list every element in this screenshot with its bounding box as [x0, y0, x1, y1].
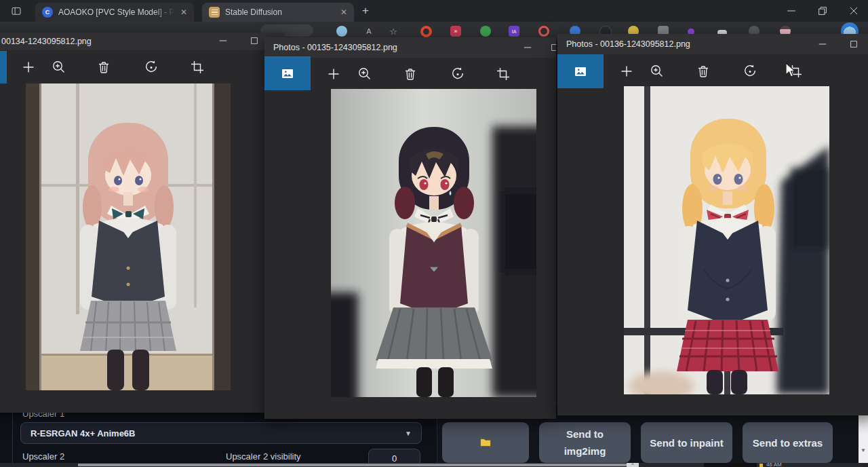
maximize-button[interactable]: [845, 36, 863, 52]
maximize-button[interactable]: [245, 33, 263, 49]
see-all-photos-button[interactable]: [557, 54, 604, 88]
anime-girl-artwork: [624, 86, 829, 394]
minimize-button[interactable]: [814, 36, 831, 52]
window-title: 00134-1243095812.png: [1, 37, 92, 46]
upscaler2-visibility-label: Upscaler 2 visibility: [226, 451, 301, 462]
chevron-down-icon: ▼: [405, 430, 412, 437]
upscaler1-dropdown[interactable]: R-ESRGAN 4x+ Anime6B ▼: [20, 422, 422, 444]
taskbar-clock: 46 AM: [766, 463, 782, 467]
browser-tab-bar: C AOAOKO [PVC Style Model] - PV ✕ Stable…: [0, 0, 868, 22]
ext-icon-green[interactable]: [480, 26, 491, 37]
upscaler2-label: Upscaler 2: [22, 451, 64, 462]
open-folder-button[interactable]: [442, 422, 529, 463]
minimize-button[interactable]: [519, 39, 536, 56]
new-tab-button[interactable]: +: [362, 5, 369, 16]
delete-icon[interactable]: [402, 66, 418, 82]
window-title: Photos - 00136-1243095812.png: [566, 39, 690, 49]
photo-image-00135: [331, 89, 536, 397]
send-to-inpaint-button[interactable]: Send to inpaint: [641, 422, 732, 463]
ext-icon-orange-ring[interactable]: [420, 26, 432, 37]
ext-icon-forward[interactable]: »: [450, 26, 461, 37]
taskbar: ^ 46 AM: [0, 463, 868, 467]
tab-aoaoko[interactable]: C AOAOKO [PVC Style Model] - PV ✕: [35, 3, 194, 22]
upscaler2-visibility-slider[interactable]: [78, 464, 631, 466]
photo-image-00134: [26, 83, 231, 390]
tab-close-icon[interactable]: ✕: [180, 8, 187, 16]
see-all-photos-button[interactable]: [264, 56, 311, 90]
delete-icon[interactable]: [695, 63, 711, 79]
tab-label: AOAOKO [PVC Style Model] - PV: [58, 7, 175, 17]
rotate-icon[interactable]: [143, 59, 159, 75]
zoom-in-icon[interactable]: [357, 66, 373, 82]
window-titlebar[interactable]: 00134-1243095812.png: [0, 33, 285, 50]
mouse-cursor: [785, 62, 797, 79]
photos-window-00135: Photos - 00135-1243095812.png: [264, 37, 556, 419]
send-to-extras-button[interactable]: Send to extras: [743, 422, 833, 463]
tab-close-icon[interactable]: ✕: [340, 8, 347, 16]
browser-close-button[interactable]: [842, 0, 865, 22]
ext-icon-ia[interactable]: IA: [509, 26, 519, 37]
add-icon[interactable]: [618, 63, 635, 79]
photo-icon: [279, 65, 296, 81]
ext-icon-blue[interactable]: [336, 26, 347, 37]
scroll-down-icon[interactable]: ▼: [861, 447, 866, 453]
rotate-icon[interactable]: [450, 66, 466, 82]
browser-restore-button[interactable]: [811, 0, 834, 22]
photos-window-00136: Photos - 00136-1243095812.png: [557, 34, 868, 415]
civitai-icon: C: [42, 7, 53, 18]
anime-girl-artwork: [26, 83, 231, 390]
tab-actions-icon[interactable]: [9, 5, 23, 17]
tray-chevron-icon[interactable]: ^: [627, 463, 639, 467]
system-tray[interactable]: [704, 463, 757, 467]
stable-diffusion-icon: [209, 7, 220, 18]
maximize-button[interactable]: [546, 39, 556, 56]
folder-icon: [479, 436, 492, 449]
zoom-in-icon[interactable]: [649, 63, 665, 79]
page-scrollbar[interactable]: ▼: [859, 414, 868, 463]
photos-window-00134: 00134-1243095812.png: [0, 33, 285, 413]
tab-stable-diffusion[interactable]: Stable Diffusion ✕: [202, 3, 354, 22]
rotate-icon[interactable]: [742, 63, 758, 79]
ext-icon-red-ring[interactable]: [538, 26, 549, 37]
add-icon[interactable]: [326, 66, 342, 82]
crop-icon[interactable]: [495, 66, 511, 82]
browser-minimize-button[interactable]: [780, 0, 803, 22]
add-icon[interactable]: [20, 59, 37, 75]
photo-icon: [572, 63, 589, 79]
tray-alert-icon: [760, 464, 763, 467]
ext-icon-read-aloud[interactable]: A: [363, 26, 374, 37]
upscaler1-value: R-ESRGAN 4x+ Anime6B: [31, 428, 405, 438]
window-titlebar[interactable]: Photos - 00135-1243095812.png: [264, 37, 556, 58]
send-to-img2img-button[interactable]: Send to img2img: [539, 422, 631, 463]
favorites-star-icon[interactable]: ☆: [388, 26, 399, 37]
zoom-in-icon[interactable]: [51, 59, 67, 75]
photo-image-00136: [624, 86, 829, 394]
tab-label: Stable Diffusion: [225, 7, 335, 17]
see-all-photos-button[interactable]: [0, 51, 7, 83]
window-title: Photos - 00135-1243095812.png: [273, 43, 397, 52]
delete-icon[interactable]: [96, 59, 112, 75]
anime-girl-artwork: [331, 89, 536, 397]
crop-icon[interactable]: [189, 59, 205, 75]
minimize-button[interactable]: [214, 33, 232, 49]
window-titlebar[interactable]: Photos - 00136-1243095812.png: [557, 34, 868, 54]
sd-panel-border: [12, 405, 13, 463]
